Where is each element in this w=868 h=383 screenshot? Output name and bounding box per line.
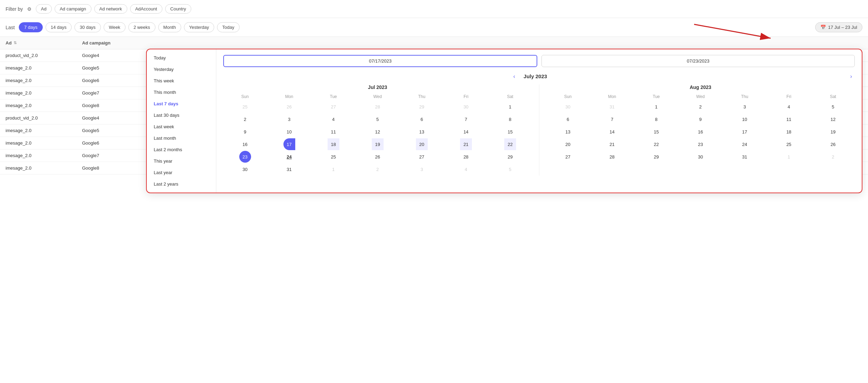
calendar-day[interactable]: 30 [694, 151, 706, 163]
calendar-day[interactable]: 23 [239, 151, 251, 163]
calendar-day[interactable]: 30 [239, 163, 251, 175]
calendar-day[interactable]: 1 [504, 101, 516, 113]
calendar-day[interactable]: 10 [739, 113, 750, 125]
calendar-day[interactable]: 29 [504, 151, 516, 163]
calendar-day[interactable]: 6 [416, 113, 428, 125]
calendar-day[interactable]: 25 [783, 138, 795, 150]
date-chip-week[interactable]: Week [104, 22, 126, 32]
calendar-day[interactable]: 31 [606, 101, 618, 113]
calendar-day[interactable]: 7 [460, 113, 472, 125]
calendar-day[interactable]: 24 [283, 151, 295, 163]
preset-item[interactable]: This month [147, 87, 216, 98]
calendar-day[interactable]: 3 [283, 113, 295, 125]
date-chip-7days[interactable]: 7 days [19, 22, 42, 32]
date-chip-month[interactable]: Month [158, 22, 181, 32]
calendar-day[interactable]: 26 [827, 138, 839, 150]
calendar-day[interactable]: 2 [239, 113, 251, 125]
calendar-day[interactable]: 8 [650, 113, 662, 125]
date-chip-2weeks[interactable]: 2 weeks [128, 22, 155, 32]
calendar-day[interactable]: 8 [504, 113, 516, 125]
preset-item[interactable]: Today [147, 52, 216, 64]
calendar-day[interactable]: 9 [694, 113, 706, 125]
calendar-day[interactable]: 22 [504, 138, 516, 150]
calendar-day[interactable]: 9 [239, 126, 251, 138]
preset-item[interactable]: Last week [147, 121, 216, 132]
calendar-day[interactable]: 31 [739, 151, 750, 163]
calendar-day[interactable]: 14 [460, 126, 472, 138]
calendar-day[interactable]: 17 [739, 126, 750, 138]
filter-chip-ad[interactable]: Ad [36, 4, 52, 14]
calendar-day[interactable]: 2 [372, 163, 384, 175]
calendar-day[interactable]: 1 [328, 163, 339, 175]
preset-item[interactable]: Last 2 months [147, 144, 216, 155]
filter-chip-adcampaign[interactable]: Ad campaign [55, 4, 91, 14]
calendar-day[interactable]: 13 [416, 126, 428, 138]
calendar-day[interactable]: 5 [372, 113, 384, 125]
preset-item[interactable]: Last year [147, 167, 216, 178]
date-chip-today[interactable]: Today [217, 22, 240, 32]
date-range-button[interactable]: 📅 17 Jul – 23 Jul [815, 22, 862, 32]
calendar-day[interactable]: 20 [416, 138, 428, 150]
calendar-day[interactable]: 21 [606, 138, 618, 150]
calendar-day[interactable]: 3 [416, 163, 428, 175]
calendar-day[interactable]: 17 [283, 138, 295, 150]
calendar-day[interactable]: 25 [328, 151, 339, 163]
calendar-day[interactable]: 14 [606, 126, 618, 138]
calendar-day[interactable]: 19 [827, 126, 839, 138]
calendar-day[interactable]: 27 [416, 151, 428, 163]
calendar-day[interactable]: 15 [504, 126, 516, 138]
calendar-day[interactable]: 1 [783, 151, 795, 163]
calendar-day[interactable]: 15 [650, 126, 662, 138]
preset-item[interactable]: Yesterday [147, 64, 216, 75]
date-chip-14days[interactable]: 14 days [46, 22, 72, 32]
preset-item[interactable]: This week [147, 75, 216, 87]
calendar-day[interactable]: 27 [562, 151, 574, 163]
preset-item[interactable]: Last 7 days [147, 98, 216, 109]
calendar-day[interactable]: 1 [650, 101, 662, 113]
calendar-day[interactable]: 11 [328, 126, 339, 138]
calendar-day[interactable]: 12 [827, 113, 839, 125]
calendar-day[interactable]: 18 [328, 138, 339, 150]
calendar-day[interactable]: 13 [562, 126, 574, 138]
calendar-day[interactable]: 16 [694, 126, 706, 138]
calendar-day[interactable]: 12 [372, 126, 384, 138]
calendar-day[interactable]: 6 [562, 113, 574, 125]
filter-chip-country[interactable]: Country [165, 4, 192, 14]
calendar-day[interactable]: 18 [783, 126, 795, 138]
date-chip-30days[interactable]: 30 days [74, 22, 101, 32]
calendar-day[interactable]: 26 [372, 151, 384, 163]
calendar-day[interactable]: 30 [562, 101, 574, 113]
calendar-day[interactable]: 31 [283, 163, 295, 175]
next-month-btn-right[interactable]: › [847, 73, 855, 80]
filter-chip-adnetwork[interactable]: Ad network [94, 4, 127, 14]
preset-item[interactable]: This year [147, 155, 216, 167]
calendar-day[interactable]: 4 [328, 113, 339, 125]
calendar-day[interactable]: 29 [650, 151, 662, 163]
calendar-day[interactable]: 27 [328, 101, 339, 113]
calendar-day[interactable]: 4 [460, 163, 472, 175]
calendar-day[interactable]: 10 [283, 126, 295, 138]
calendar-day[interactable]: 3 [739, 101, 750, 113]
calendar-day[interactable]: 21 [460, 138, 472, 150]
calendar-day[interactable]: 29 [416, 101, 428, 113]
calendar-day[interactable]: 20 [562, 138, 574, 150]
calendar-day[interactable]: 11 [783, 113, 795, 125]
calendar-day[interactable]: 23 [694, 138, 706, 150]
calendar-day[interactable]: 28 [460, 151, 472, 163]
calendar-day[interactable]: 5 [827, 101, 839, 113]
calendar-day[interactable]: 19 [372, 138, 384, 150]
prev-month-btn[interactable]: ‹ [511, 73, 518, 80]
calendar-day[interactable]: 2 [827, 151, 839, 163]
calendar-day[interactable]: 25 [239, 101, 251, 113]
calendar-day[interactable]: 24 [739, 138, 750, 150]
preset-item[interactable]: Last 30 days [147, 109, 216, 121]
calendar-day[interactable]: 28 [372, 101, 384, 113]
filter-chip-adaccount[interactable]: AdAccount [130, 4, 162, 14]
calendar-day[interactable]: 7 [606, 113, 618, 125]
calendar-day[interactable]: 26 [283, 101, 295, 113]
start-date-input[interactable] [223, 55, 537, 67]
calendar-day[interactable]: 16 [239, 138, 251, 150]
calendar-day[interactable]: 30 [460, 101, 472, 113]
calendar-day[interactable]: 28 [606, 151, 618, 163]
calendar-day[interactable]: 5 [504, 163, 516, 175]
